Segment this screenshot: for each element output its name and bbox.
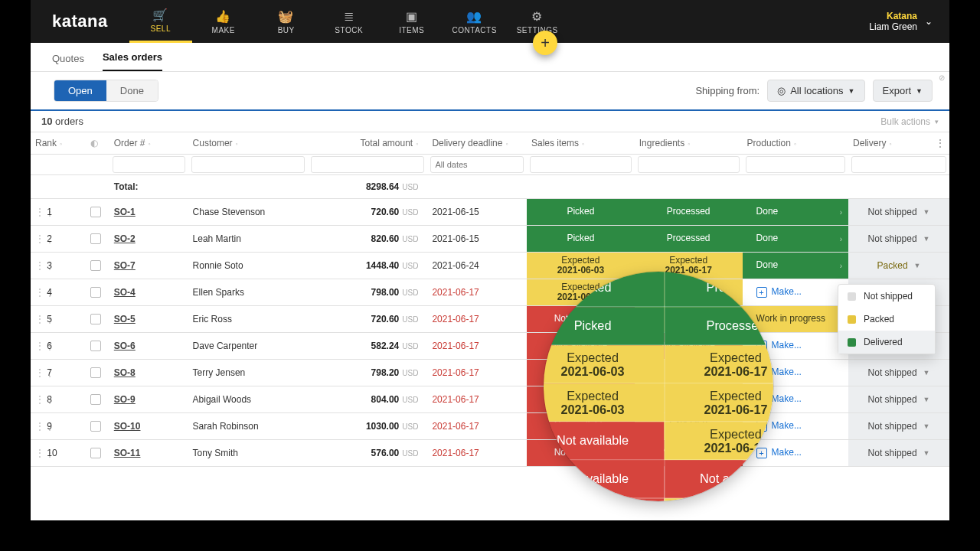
order-link[interactable]: SO-11 [114,448,141,459]
add-button[interactable]: + [533,31,557,55]
status-cell[interactable]: Picked [527,199,635,226]
delivery-cell[interactable]: Not shipped▼ [848,413,949,440]
order-cell[interactable]: SO-11 [109,440,188,467]
order-cell[interactable]: SO-7 [109,253,188,279]
chip-open[interactable]: Open [54,80,106,101]
checkbox[interactable] [90,448,101,458]
status-cell[interactable]: Not available [527,360,635,386]
order-link[interactable]: SO-4 [114,287,136,298]
production-make-button[interactable]: +Make... [743,333,849,360]
production-cell[interactable]: Done› [743,226,849,253]
checkbox[interactable] [90,367,101,378]
status-cell[interactable]: Expected2021-06-17 [635,306,743,333]
order-cell[interactable]: SO-6 [109,333,188,360]
filter-order[interactable] [113,156,185,173]
production-cell[interactable]: Work in progress› [743,306,849,333]
select-cell[interactable] [86,199,109,226]
delivery-option-not-shipped[interactable]: Not shipped [838,285,935,308]
order-link[interactable]: SO-5 [114,314,136,325]
order-link[interactable]: SO-10 [114,421,141,432]
select-cell[interactable] [86,333,109,360]
select-cell[interactable] [86,279,109,306]
drag-handle-icon[interactable]: ⋮⋮ [35,394,44,405]
order-link[interactable]: SO-2 [114,233,136,245]
nav-buy[interactable]: 🧺BUY [255,0,318,43]
col-order[interactable]: Order #◦ [109,132,188,155]
status-cell[interactable]: Expected2021-06-17 [635,253,743,279]
col-rank[interactable]: Rank◦ [31,132,86,155]
col-ingredients[interactable]: Ingredients◦ [635,132,743,155]
filter-production[interactable] [746,156,846,173]
order-link[interactable]: SO-8 [114,367,136,379]
status-cell[interactable]: Expected2021-06-17 [635,360,743,386]
checkbox[interactable] [90,314,101,324]
status-cell[interactable]: Not available [527,306,635,333]
production-make-button[interactable]: +Make... [743,279,849,306]
status-cell[interactable]: Expected2021-06-03 [527,253,635,279]
delivery-cell[interactable]: Not shipped▼ [848,199,949,226]
filter-customer[interactable] [191,156,305,173]
status-cell[interactable]: Expected2021-06-17 [635,279,743,306]
user-menu[interactable]: Katana Liam Green ⌄ [869,0,949,43]
drag-handle-icon[interactable]: ⋮⋮ [35,314,44,324]
delivery-cell[interactable]: Not shipped▼ [848,360,949,386]
status-cell[interactable]: Expected2021-06-17 [635,413,743,440]
drag-handle-icon[interactable]: ⋮⋮ [35,287,44,298]
drag-handle-icon[interactable]: ⋮⋮ [35,207,44,217]
production-cell[interactable]: Done› [743,253,849,279]
checkbox[interactable] [90,260,101,271]
select-cell[interactable] [86,413,109,440]
status-cell[interactable]: Expected2021-06-03 [527,279,635,306]
delivery-option-packed[interactable]: Packed [838,308,935,331]
bulk-actions-button[interactable]: Bulk actions▾ [880,116,939,127]
production-cell[interactable]: Done› [743,199,849,226]
order-cell[interactable]: SO-1 [109,199,188,226]
filter-delivery[interactable] [851,156,946,173]
status-cell[interactable]: Not available [527,333,635,360]
col-select[interactable]: ◐ [86,132,109,155]
drag-handle-icon[interactable]: ⋮⋮ [35,341,44,351]
col-amount[interactable]: Total amount◦ [308,132,427,155]
filter-sales[interactable] [530,156,632,173]
delivery-cell[interactable]: Packed▼ [848,253,949,279]
tab-quotes[interactable]: Quotes [52,53,84,71]
order-link[interactable]: SO-6 [114,341,136,352]
nav-make[interactable]: 👍MAKE [192,0,255,43]
production-make-button[interactable]: +Make... [743,413,849,440]
col-customer[interactable]: Customer◦ [188,132,308,155]
drag-handle-icon[interactable]: ⋮⋮ [35,260,44,271]
drag-handle-icon[interactable]: ⋮⋮ [35,367,44,378]
order-link[interactable]: SO-1 [114,207,136,218]
order-cell[interactable]: SO-10 [109,413,188,440]
nav-items[interactable]: ▣ITEMS [381,0,443,43]
export-button[interactable]: Export ▼ [873,80,933,102]
status-cell[interactable]: Not available [527,386,635,413]
tab-sales-orders[interactable]: Sales orders [103,51,162,71]
order-link[interactable]: SO-7 [114,260,136,272]
location-selector[interactable]: ◎ All locations ▼ [767,80,864,102]
order-cell[interactable]: SO-5 [109,306,188,333]
checkbox[interactable] [90,394,101,405]
delivery-dropdown[interactable]: Not shipped Packed Delivered [838,284,936,354]
status-cell[interactable]: Not available [635,333,743,360]
col-sales-items[interactable]: Sales items◦ [527,132,635,155]
production-make-button[interactable]: +Make... [743,440,849,467]
status-cell[interactable]: Picked [527,226,635,253]
order-cell[interactable]: SO-4 [109,279,188,306]
status-cell[interactable]: Expected2021-06-17 [635,386,743,413]
select-cell[interactable] [86,440,109,467]
production-make-button[interactable]: +Make... [743,360,849,386]
nav-sell[interactable]: 🛒SELL [129,0,192,43]
delivery-cell[interactable]: Not shipped▼ [848,440,949,467]
delivery-cell[interactable]: Not shipped▼ [848,386,949,413]
nav-contacts[interactable]: 👥CONTACTS [443,0,506,43]
close-icon[interactable]: ⊘ [939,73,945,82]
checkbox[interactable] [90,341,101,351]
filter-deadline[interactable] [430,156,524,173]
delivery-cell[interactable]: Not shipped▼ [848,226,949,253]
chip-done[interactable]: Done [106,80,158,101]
drag-handle-icon[interactable]: ⋮⋮ [35,421,44,432]
status-cell[interactable]: Processed [635,199,743,226]
order-cell[interactable]: SO-8 [109,360,188,386]
kebab-icon[interactable]: ⋮ [936,138,945,148]
